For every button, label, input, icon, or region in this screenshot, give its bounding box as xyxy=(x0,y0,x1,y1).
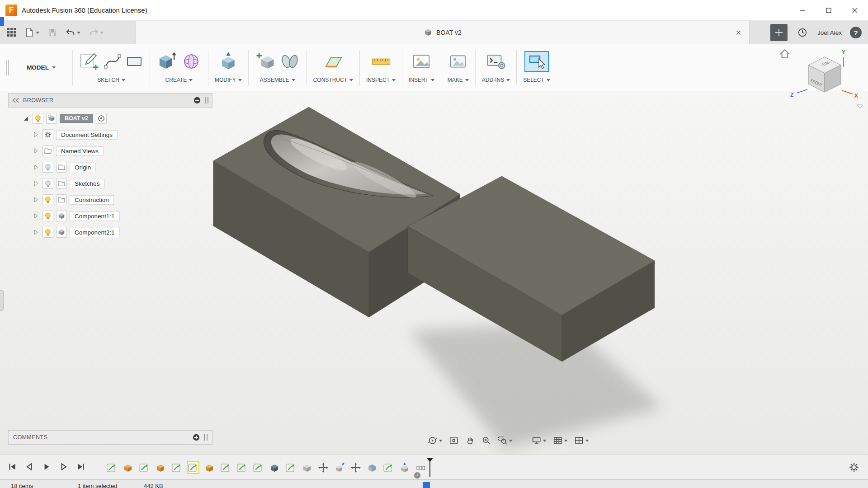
create-dropdown[interactable]: CREATE xyxy=(165,77,193,83)
zoom-button[interactable] xyxy=(481,436,491,446)
browser-item-label[interactable]: Document Settings xyxy=(56,130,118,140)
redo-button[interactable] xyxy=(87,26,105,39)
timeline-feature-sketch[interactable] xyxy=(252,461,264,474)
browser-item-label[interactable]: BOAT v2 xyxy=(60,114,93,123)
browser-item-origin[interactable]: Origin xyxy=(8,159,212,175)
collapsed-arrow-icon[interactable] xyxy=(32,228,40,236)
collapsed-panel-handle[interactable] xyxy=(0,290,4,311)
timeline-feature-sketch[interactable] xyxy=(284,461,297,474)
timeline-go-to-end-button[interactable] xyxy=(76,462,86,474)
viewport-3d-canvas[interactable]: BROWSER BOAT v xyxy=(0,91,868,455)
timeline-feature-extrude[interactable] xyxy=(122,461,134,474)
browser-item-label[interactable]: Component1:1 xyxy=(70,211,120,221)
visibility-bulb-on-icon[interactable] xyxy=(33,113,43,124)
new-document-tab-button[interactable] xyxy=(770,24,788,41)
collapsed-arrow-icon[interactable] xyxy=(32,179,40,188)
timeline-add-marker-icon[interactable]: + xyxy=(414,472,420,479)
close-button[interactable] xyxy=(842,0,868,20)
timeline-feature-sketch[interactable] xyxy=(219,461,232,474)
browser-item-root[interactable]: BOAT v2 xyxy=(8,110,212,127)
browser-item-named-views[interactable]: Named Views xyxy=(8,143,212,159)
browser-item-sketches[interactable]: Sketches xyxy=(8,175,212,192)
press-pull-icon[interactable] xyxy=(218,51,239,72)
display-settings-button[interactable] xyxy=(532,436,547,446)
timeline-feature-body-arrow[interactable] xyxy=(333,461,346,474)
viewports-button[interactable] xyxy=(574,436,589,446)
mold-block-left[interactable] xyxy=(213,107,460,317)
browser-item-label[interactable]: Component2:1 xyxy=(70,228,120,237)
visibility-bulb-on-icon[interactable] xyxy=(42,227,53,238)
expanded-arrow-icon[interactable] xyxy=(22,114,30,122)
timeline-feature-combine[interactable] xyxy=(366,461,378,474)
activate-component-radio[interactable] xyxy=(96,113,107,124)
rectangle-tool-icon[interactable] xyxy=(125,52,143,70)
file-menu-button[interactable] xyxy=(23,26,41,39)
timeline-position-marker[interactable] xyxy=(427,458,433,478)
collapsed-arrow-icon[interactable] xyxy=(32,212,40,220)
job-status-button[interactable] xyxy=(796,26,809,39)
timeline-settings-button[interactable] xyxy=(848,461,860,475)
document-tab-close-button[interactable] xyxy=(733,27,744,38)
timeline-go-to-start-button[interactable] xyxy=(7,462,17,474)
inspect-dropdown[interactable]: INSPECT xyxy=(366,77,396,83)
insert-image-icon[interactable] xyxy=(411,51,432,72)
select-dropdown[interactable]: SELECT xyxy=(523,77,550,83)
construction-plane-icon[interactable] xyxy=(323,51,344,72)
document-tab[interactable]: BOAT v2 xyxy=(136,21,750,44)
browser-resize-grip[interactable] xyxy=(205,97,208,103)
browser-item-label[interactable]: Construction xyxy=(70,195,114,205)
orbit-button[interactable] xyxy=(428,436,443,446)
timeline-feature-sketch[interactable] xyxy=(105,461,118,474)
make-dropdown[interactable]: MAKE xyxy=(448,77,469,83)
home-icon[interactable] xyxy=(780,50,789,58)
joint-icon[interactable] xyxy=(279,51,300,72)
timeline-step-back-button[interactable] xyxy=(24,462,34,474)
browser-item-construction[interactable]: Construction xyxy=(8,192,212,208)
look-at-button[interactable] xyxy=(449,436,459,446)
user-account-button[interactable]: Joel Alex xyxy=(817,29,842,36)
ribbon-drag-handle-icon[interactable] xyxy=(6,60,9,75)
timeline-feature-extrude[interactable] xyxy=(154,461,167,474)
viewcube-menu-arrow-icon[interactable] xyxy=(857,105,863,108)
timeline-step-forward-button[interactable] xyxy=(59,462,69,474)
timeline-feature-move[interactable] xyxy=(349,461,362,474)
make-icon[interactable] xyxy=(448,51,468,72)
browser-item-component1[interactable]: Component1:1 xyxy=(8,208,212,224)
timeline-feature-sketch[interactable] xyxy=(236,461,248,474)
modify-dropdown[interactable]: MODIFY xyxy=(215,77,242,83)
save-button[interactable] xyxy=(46,26,59,39)
timeline-feature-sketch[interactable] xyxy=(170,461,183,474)
timeline-feature-shell[interactable] xyxy=(268,461,281,474)
collapsed-arrow-icon[interactable] xyxy=(32,131,40,139)
visibility-bulb-on-icon[interactable] xyxy=(42,194,53,205)
zoom-window-button[interactable] xyxy=(498,436,513,446)
timeline-feature-extrude[interactable] xyxy=(203,461,216,474)
timeline-feature-sketch[interactable] xyxy=(138,461,151,474)
sketch-dropdown[interactable]: SKETCH xyxy=(97,77,125,83)
spline-tool-icon[interactable] xyxy=(104,52,122,70)
timeline-feature-move[interactable] xyxy=(317,461,330,474)
collapsed-arrow-icon[interactable] xyxy=(32,196,40,204)
select-tool-active-chip[interactable] xyxy=(524,51,549,72)
pan-button[interactable] xyxy=(465,436,475,446)
comments-panel[interactable]: COMMENTS xyxy=(8,430,212,445)
app-launcher-button[interactable] xyxy=(5,26,18,39)
collapsed-arrow-icon[interactable] xyxy=(32,163,40,171)
visibility-bulb-on-icon[interactable] xyxy=(42,211,53,221)
addins-dropdown[interactable]: ADD-INS xyxy=(482,77,510,83)
view-cube[interactable]: Y X Z TOP FRONT xyxy=(778,47,863,115)
assemble-dropdown[interactable]: ASSEMBLE xyxy=(260,77,295,83)
visibility-bulb-off-icon[interactable] xyxy=(42,178,53,189)
help-button[interactable]: ? xyxy=(850,27,862,38)
form-sphere-icon[interactable] xyxy=(181,51,202,72)
insert-dropdown[interactable]: INSERT xyxy=(409,77,434,83)
undo-button[interactable] xyxy=(64,26,82,39)
browser-item-label[interactable]: Origin xyxy=(70,163,96,172)
comments-resize-grip[interactable] xyxy=(204,434,208,441)
collapse-panel-icon[interactable] xyxy=(12,97,19,103)
new-component-icon[interactable] xyxy=(255,51,276,72)
timeline-feature-body[interactable] xyxy=(301,461,313,474)
timeline-play-button[interactable] xyxy=(42,462,52,474)
scripts-addins-icon[interactable] xyxy=(486,51,506,72)
view-cube-body[interactable]: TOP FRONT xyxy=(808,57,841,92)
